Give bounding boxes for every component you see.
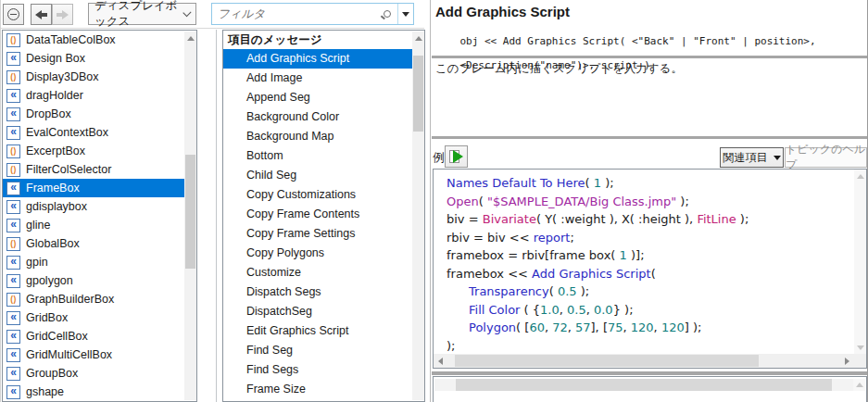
code-line: Fill Color ( {1.0, 0.5, 0.0} ); (434, 301, 853, 320)
send-icon: « (6, 219, 20, 232)
code-token: 0.5 (567, 303, 586, 317)
example-code-box[interactable]: Names Default To Here( 1 );Open( "$SAMPL… (433, 169, 867, 369)
list-item[interactable]: ()FilterColSelector (3, 160, 196, 179)
code-token: ( (549, 284, 558, 298)
list-item[interactable]: «gdisplaybox (3, 197, 196, 216)
triangle-up-icon (187, 36, 195, 41)
message-item[interactable]: Bottom (223, 146, 424, 166)
scroll-down-button[interactable] (854, 341, 866, 354)
list-item[interactable]: «GroupBox (3, 364, 196, 383)
list-item[interactable]: «gpin (3, 253, 196, 271)
run-script-button[interactable] (445, 145, 468, 168)
panel-separator-left[interactable] (216, 30, 217, 402)
send-icon: « (6, 52, 20, 66)
log-scroll-thumb[interactable] (456, 379, 832, 391)
code-line: Polygon( [60, 72, 57], [75, 120, 120] ); (434, 319, 853, 337)
log-area (433, 376, 867, 402)
horizontal-splitter[interactable] (432, 371, 868, 375)
code-token: Bivariate (483, 212, 536, 226)
list-item[interactable]: «FrameBox (3, 179, 196, 197)
list-item[interactable]: «Design Box (3, 49, 196, 68)
list-item-label: EvalContextBox (20, 126, 112, 139)
collapse-button[interactable] (3, 4, 24, 25)
scroll-up-button[interactable] (853, 379, 865, 391)
display-box-list-scrollbar[interactable] (184, 31, 196, 400)
message-item[interactable]: Frame Size (223, 380, 424, 399)
code-token: 1 (620, 248, 627, 262)
list-item[interactable]: ()GraphBuilderBox (3, 290, 196, 308)
scroll-right-button[interactable] (840, 354, 854, 368)
list-item[interactable]: ()ExcerptBox (3, 142, 196, 160)
display-box-list-items: ()DataTableColBox«Design Box()Display3DB… (3, 31, 196, 401)
forward-button[interactable] (52, 4, 73, 25)
send-icon: « (6, 107, 20, 121)
list-item-label: GraphBuilderBox (20, 293, 118, 306)
message-item[interactable]: Child Seg (223, 166, 424, 185)
code-token: report (534, 231, 571, 245)
panel-separator-right[interactable] (430, 0, 431, 402)
message-item[interactable]: Find Seg (223, 341, 424, 360)
code-horizontal-scrollbar[interactable] (434, 354, 854, 368)
code-line: Open( "$SAMPLE_DATA/Big Class.jmp" ); (434, 193, 853, 211)
back-button[interactable] (31, 4, 52, 25)
list-item[interactable]: «EvalContextBox (3, 123, 196, 142)
triangle-up-icon (415, 36, 422, 41)
message-item[interactable]: Customize (223, 263, 424, 283)
code-line: ); (434, 337, 853, 354)
scrollbar-thumb[interactable] (455, 355, 759, 367)
list-item[interactable]: «GridBox (3, 308, 196, 327)
list-item[interactable]: «GridMultiCellBox (3, 345, 196, 364)
code-token: Names Default To Here (447, 176, 585, 190)
scrollbar-thumb[interactable] (185, 155, 195, 269)
list-item[interactable]: «gshape (3, 383, 196, 401)
list-item[interactable]: «gpolygon (3, 271, 196, 290)
message-item[interactable]: Background Color (223, 107, 424, 127)
scroll-left-button[interactable] (434, 354, 447, 368)
message-item[interactable]: Copy Customizations (223, 185, 424, 205)
list-item-label: GlobalBox (20, 237, 83, 250)
code-line: framebox << Add Graphics Script( (434, 265, 853, 283)
code-vertical-scrollbar[interactable] (854, 170, 866, 354)
message-item[interactable]: Copy Polygons (223, 244, 424, 263)
message-item[interactable]: Add Graphics Script (223, 49, 424, 69)
list-item[interactable]: «gline (3, 216, 196, 234)
window-left-edge (0, 0, 1, 402)
message-list-scrollbar[interactable] (412, 31, 424, 400)
list-item[interactable]: ()GlobalBox (3, 234, 196, 253)
topic-help-button[interactable]: トピックのヘルプ (785, 147, 867, 168)
scrollbar-thumb[interactable] (413, 56, 423, 132)
code-token: 57 (575, 320, 591, 334)
message-item[interactable]: Add Image (223, 69, 424, 88)
message-item[interactable]: Edit Graphics Script (223, 321, 424, 341)
scroll-up-button[interactable] (412, 31, 424, 44)
message-item[interactable]: Copy Frame Settings (223, 224, 424, 244)
code-token: ); (447, 339, 455, 353)
list-item[interactable]: ()DataTableColBox (3, 31, 196, 49)
message-item[interactable]: Copy Frame Contents (223, 205, 424, 224)
filter-input[interactable] (212, 4, 377, 24)
category-dropdown[interactable]: ディスプレイボックス (88, 3, 196, 25)
scroll-up-button[interactable] (184, 31, 196, 44)
message-list-header: 項目のメッセージ (223, 31, 424, 49)
triangle-right-icon (845, 358, 849, 365)
scroll-up-button[interactable] (854, 170, 866, 182)
message-item[interactable]: Find Segs (223, 360, 424, 380)
list-item[interactable]: «GridCellBox (3, 327, 196, 345)
description-text: このフレーム内に描くスクリプトを入力する。 (435, 61, 683, 77)
send-icon: « (6, 89, 20, 103)
code-token: ], [ (591, 320, 608, 334)
code-token: 1.0 (540, 303, 560, 317)
back-arrow-icon (34, 10, 48, 19)
message-item[interactable]: Append Seg (223, 88, 424, 107)
list-item[interactable]: ()Display3DBox (3, 68, 196, 86)
triangle-down-icon (857, 345, 864, 350)
triangle-down-icon (774, 156, 781, 160)
list-item[interactable]: «DropBox (3, 105, 196, 123)
message-item[interactable]: Dispatch Segs (223, 283, 424, 302)
related-items-button[interactable]: 関連項目 (720, 147, 784, 168)
message-item[interactable]: DispatchSeg (223, 302, 424, 321)
list-item[interactable]: «dragHolder (3, 86, 196, 105)
message-item[interactable]: Background Map (223, 127, 424, 146)
filter-dropdown-button[interactable] (397, 4, 413, 24)
list-item-label: gshape (20, 385, 68, 398)
